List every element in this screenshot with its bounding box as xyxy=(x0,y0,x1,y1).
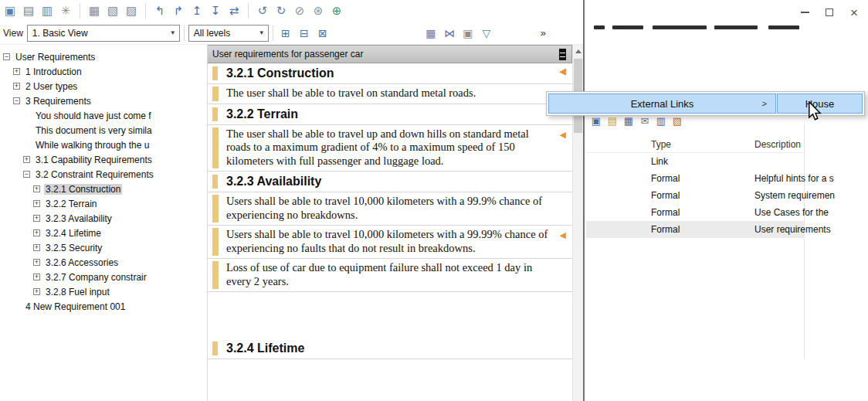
tree-item[interactable]: +3.2.8 Fuel input xyxy=(0,284,207,299)
tree-item-label: This document is very simila xyxy=(34,125,154,136)
main-column-header[interactable]: User requirements for passenger car xyxy=(208,45,572,63)
tree-item[interactable]: +3.2.2 Terrain xyxy=(0,196,207,211)
view-combobox[interactable]: 1. Basic View ▼ xyxy=(27,25,180,42)
description-column-header[interactable]: Description xyxy=(754,139,801,150)
tree-item[interactable]: +3.2.6 Accessories xyxy=(0,255,207,270)
tree-expander[interactable]: − xyxy=(13,97,20,104)
menu-item-external-links[interactable]: External Links > xyxy=(548,93,776,114)
delete-object-icon[interactable]: ⊠ xyxy=(314,25,331,42)
tree-expander[interactable]: + xyxy=(33,244,40,251)
tree-expander[interactable]: + xyxy=(33,200,40,207)
insert-picture-icon[interactable]: ▣ xyxy=(459,25,476,42)
tree-item[interactable]: +3.2.5 Security xyxy=(0,240,207,255)
minimize-button[interactable] xyxy=(792,3,817,22)
tree-item[interactable]: 4 New Requirement 001 xyxy=(0,299,207,314)
minimize-icon xyxy=(801,12,809,13)
links-table-row[interactable]: FormalSystem requiremen xyxy=(586,187,805,204)
link-analysis-icon[interactable]: ⊛ xyxy=(310,2,327,19)
make-link-icon[interactable]: ↺ xyxy=(254,2,271,19)
links-table-row[interactable]: FormalUser requirements xyxy=(586,221,805,238)
tree-expander[interactable]: + xyxy=(33,185,40,192)
chevron-down-icon[interactable]: ▼ xyxy=(256,25,268,41)
move-object-down-icon[interactable]: ↧ xyxy=(207,2,224,19)
tree-item[interactable]: −3 Requirements xyxy=(0,93,207,108)
main-toolbar: ▣▤▥✳▦▧▨↰↱↥↧⇄↺↻⊘⊛⊕ xyxy=(0,0,583,22)
links-table-row[interactable]: FormalUse Cases for the xyxy=(586,204,805,221)
tree-item[interactable]: +1 Introduction xyxy=(0,64,207,79)
levels-combobox[interactable]: All levels ▼ xyxy=(188,25,269,42)
mouse-cursor xyxy=(808,101,822,121)
type-column-header[interactable]: Type xyxy=(651,139,671,150)
chevron-down-icon[interactable]: ▼ xyxy=(167,25,179,41)
scroll-up-button[interactable] xyxy=(573,45,583,58)
doc-row-heading[interactable]: 3.2.3 Availability xyxy=(208,172,572,192)
tree-expander[interactable]: + xyxy=(33,229,40,236)
tree-item[interactable]: −3.2 Constraint Requirements xyxy=(0,167,207,182)
demote-object-icon[interactable]: ↱ xyxy=(170,2,187,19)
doc-row-heading[interactable]: 3.2.1 Construction◀ xyxy=(208,63,572,84)
tree-expander[interactable]: − xyxy=(3,53,10,60)
tree-item[interactable]: +3.2.4 Lifetime xyxy=(0,226,207,240)
tree-item-label: 1 Introduction xyxy=(24,66,83,77)
remove-link-icon[interactable]: ⊘ xyxy=(291,2,308,19)
doc-row-body[interactable]: The user shall be able to travel on stan… xyxy=(208,84,572,104)
tree-item[interactable]: While walking through the u xyxy=(0,138,207,152)
print-preview-icon[interactable]: ▥ xyxy=(39,2,56,19)
follow-link-icon[interactable]: ↻ xyxy=(273,2,290,19)
tree-item[interactable]: +3.1 Capability Requirements xyxy=(0,152,207,167)
print-icon[interactable]: ▤ xyxy=(20,2,37,19)
view-combobox-value: 1. Basic View xyxy=(28,28,167,39)
toolbar-separator xyxy=(184,25,185,41)
background-window: × ▣▤▦✉▥▧ Type Description LinkFormalHelp… xyxy=(586,0,868,401)
tree-item[interactable]: You should have just come f xyxy=(0,108,207,123)
toolbar-overflow-chevron[interactable]: » xyxy=(541,27,546,39)
doc-row-heading[interactable]: 3.2.2 Terrain xyxy=(208,104,572,125)
doc-row-text: The user shall be able to travel up and … xyxy=(226,127,529,167)
tree-item[interactable]: +3.2.7 Company constrair xyxy=(0,270,207,284)
move-object-up-icon[interactable]: ↥ xyxy=(188,2,205,19)
links-table-header[interactable]: Type Description xyxy=(586,136,805,153)
tree-expander[interactable]: + xyxy=(13,68,20,75)
links-table-row[interactable]: Link xyxy=(586,153,805,170)
tree-item[interactable]: −User Requirements xyxy=(0,49,207,64)
doc-row-body[interactable]: Users shall be able to travel 10,000 kil… xyxy=(208,226,572,259)
tree-item[interactable]: +3.2.1 Construction xyxy=(0,182,207,196)
maximize-button[interactable] xyxy=(817,3,842,22)
tree-item[interactable]: This document is very simila xyxy=(0,123,207,138)
close-module-icon[interactable]: ▨ xyxy=(123,2,140,19)
doc-row-body[interactable]: Users shall be able to travel 10,000 kil… xyxy=(208,192,572,226)
traceability-icon[interactable]: ⋈ xyxy=(441,25,458,42)
save-icon[interactable]: ▣ xyxy=(2,2,19,19)
edit-mode-icon[interactable]: ▧ xyxy=(104,2,121,19)
tree-expander[interactable]: + xyxy=(33,215,40,222)
open-module-icon[interactable]: ▦ xyxy=(86,2,103,19)
tree-expander[interactable]: + xyxy=(23,156,30,163)
tree-expander[interactable]: + xyxy=(13,83,20,90)
obscured-text-bar xyxy=(653,25,707,29)
close-button[interactable]: × xyxy=(842,3,866,22)
insert-table-icon[interactable]: ⊟ xyxy=(296,25,313,42)
pane-split-icon[interactable] xyxy=(559,49,566,60)
tree-expander[interactable]: + xyxy=(33,288,40,295)
tree-expander[interactable]: − xyxy=(23,171,30,178)
new-object-icon[interactable]: ⊞ xyxy=(277,25,294,42)
tree-expander[interactable]: + xyxy=(33,259,40,266)
module-properties-icon[interactable]: ✳ xyxy=(57,2,74,19)
tree-expander[interactable]: + xyxy=(33,274,40,280)
doc-row-heading[interactable]: 3.2.4 Lifetime xyxy=(208,338,572,359)
doc-row-text: 3.2.4 Lifetime xyxy=(226,342,304,355)
promote-object-icon[interactable]: ↰ xyxy=(151,2,168,19)
edit-columns-icon[interactable]: ▦ xyxy=(422,25,439,42)
filter-icon[interactable]: ▽ xyxy=(478,25,495,42)
links-table-row[interactable]: FormalHelpful hints for a s xyxy=(586,170,805,187)
doc-row-body[interactable]: The user shall be able to travel up and … xyxy=(208,125,572,172)
link-description-cell: Helpful hints for a s xyxy=(754,173,834,184)
web-publish-icon[interactable]: ⊕ xyxy=(328,2,345,19)
obscured-text-bar xyxy=(594,25,605,29)
swap-objects-icon[interactable]: ⇄ xyxy=(225,2,242,19)
tree-item[interactable]: +2 User types xyxy=(0,79,207,93)
view-toolbar: View 1. Basic View ▼ All levels ▼ ⊞⊟⊠ ▦⋈… xyxy=(0,22,583,45)
tree-item[interactable]: +3.2.3 Availability xyxy=(0,211,207,226)
tree-item-label: 3 Requirements xyxy=(24,96,93,107)
doc-row-body[interactable]: Loss of use of car due to equipment fail… xyxy=(208,259,572,292)
